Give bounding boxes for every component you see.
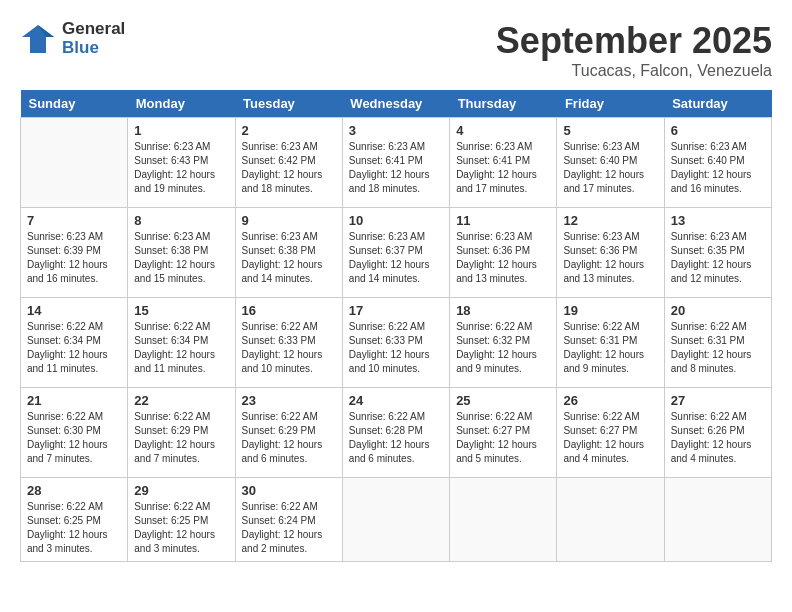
calendar-cell: 28Sunrise: 6:22 AM Sunset: 6:25 PM Dayli… [21,478,128,562]
day-number: 9 [242,213,336,228]
calendar-header-row: SundayMondayTuesdayWednesdayThursdayFrid… [21,90,772,118]
calendar-cell: 2Sunrise: 6:23 AM Sunset: 6:42 PM Daylig… [235,118,342,208]
calendar-cell [450,478,557,562]
logo-blue: Blue [62,39,125,58]
month-title: September 2025 [496,20,772,62]
day-number: 27 [671,393,765,408]
calendar-cell: 23Sunrise: 6:22 AM Sunset: 6:29 PM Dayli… [235,388,342,478]
day-number: 20 [671,303,765,318]
day-number: 28 [27,483,121,498]
calendar-cell: 7Sunrise: 6:23 AM Sunset: 6:39 PM Daylig… [21,208,128,298]
day-info: Sunrise: 6:23 AM Sunset: 6:40 PM Dayligh… [671,140,765,196]
calendar-cell [664,478,771,562]
location-subtitle: Tucacas, Falcon, Venezuela [496,62,772,80]
day-number: 29 [134,483,228,498]
day-info: Sunrise: 6:22 AM Sunset: 6:28 PM Dayligh… [349,410,443,466]
calendar-cell: 16Sunrise: 6:22 AM Sunset: 6:33 PM Dayli… [235,298,342,388]
day-number: 22 [134,393,228,408]
day-number: 16 [242,303,336,318]
day-number: 24 [349,393,443,408]
calendar-week-row: 1Sunrise: 6:23 AM Sunset: 6:43 PM Daylig… [21,118,772,208]
day-number: 23 [242,393,336,408]
calendar-cell: 26Sunrise: 6:22 AM Sunset: 6:27 PM Dayli… [557,388,664,478]
day-number: 13 [671,213,765,228]
day-info: Sunrise: 6:23 AM Sunset: 6:36 PM Dayligh… [456,230,550,286]
calendar-cell: 18Sunrise: 6:22 AM Sunset: 6:32 PM Dayli… [450,298,557,388]
calendar-cell: 6Sunrise: 6:23 AM Sunset: 6:40 PM Daylig… [664,118,771,208]
day-info: Sunrise: 6:22 AM Sunset: 6:33 PM Dayligh… [349,320,443,376]
day-number: 26 [563,393,657,408]
day-info: Sunrise: 6:23 AM Sunset: 6:43 PM Dayligh… [134,140,228,196]
calendar-cell: 12Sunrise: 6:23 AM Sunset: 6:36 PM Dayli… [557,208,664,298]
day-of-week-header: Tuesday [235,90,342,118]
day-number: 30 [242,483,336,498]
calendar-cell [557,478,664,562]
day-info: Sunrise: 6:22 AM Sunset: 6:30 PM Dayligh… [27,410,121,466]
calendar-cell: 17Sunrise: 6:22 AM Sunset: 6:33 PM Dayli… [342,298,449,388]
calendar-cell: 4Sunrise: 6:23 AM Sunset: 6:41 PM Daylig… [450,118,557,208]
day-info: Sunrise: 6:22 AM Sunset: 6:27 PM Dayligh… [456,410,550,466]
day-number: 1 [134,123,228,138]
day-info: Sunrise: 6:23 AM Sunset: 6:42 PM Dayligh… [242,140,336,196]
day-number: 8 [134,213,228,228]
calendar-cell: 14Sunrise: 6:22 AM Sunset: 6:34 PM Dayli… [21,298,128,388]
logo-general: General [62,20,125,39]
calendar-week-row: 14Sunrise: 6:22 AM Sunset: 6:34 PM Dayli… [21,298,772,388]
day-info: Sunrise: 6:23 AM Sunset: 6:37 PM Dayligh… [349,230,443,286]
calendar-cell: 21Sunrise: 6:22 AM Sunset: 6:30 PM Dayli… [21,388,128,478]
day-info: Sunrise: 6:22 AM Sunset: 6:31 PM Dayligh… [671,320,765,376]
calendar-cell: 1Sunrise: 6:23 AM Sunset: 6:43 PM Daylig… [128,118,235,208]
day-info: Sunrise: 6:22 AM Sunset: 6:31 PM Dayligh… [563,320,657,376]
day-info: Sunrise: 6:23 AM Sunset: 6:39 PM Dayligh… [27,230,121,286]
calendar-cell: 11Sunrise: 6:23 AM Sunset: 6:36 PM Dayli… [450,208,557,298]
calendar-cell [21,118,128,208]
day-number: 17 [349,303,443,318]
calendar-cell: 24Sunrise: 6:22 AM Sunset: 6:28 PM Dayli… [342,388,449,478]
logo: General Blue [20,20,125,57]
day-info: Sunrise: 6:22 AM Sunset: 6:34 PM Dayligh… [27,320,121,376]
day-number: 18 [456,303,550,318]
calendar-week-row: 28Sunrise: 6:22 AM Sunset: 6:25 PM Dayli… [21,478,772,562]
day-info: Sunrise: 6:22 AM Sunset: 6:34 PM Dayligh… [134,320,228,376]
calendar-cell: 30Sunrise: 6:22 AM Sunset: 6:24 PM Dayli… [235,478,342,562]
title-block: September 2025 Tucacas, Falcon, Venezuel… [496,20,772,80]
day-info: Sunrise: 6:22 AM Sunset: 6:27 PM Dayligh… [563,410,657,466]
day-number: 2 [242,123,336,138]
day-info: Sunrise: 6:22 AM Sunset: 6:24 PM Dayligh… [242,500,336,556]
calendar-cell: 8Sunrise: 6:23 AM Sunset: 6:38 PM Daylig… [128,208,235,298]
day-number: 19 [563,303,657,318]
day-of-week-header: Thursday [450,90,557,118]
day-of-week-header: Saturday [664,90,771,118]
calendar-cell: 27Sunrise: 6:22 AM Sunset: 6:26 PM Dayli… [664,388,771,478]
calendar-cell: 10Sunrise: 6:23 AM Sunset: 6:37 PM Dayli… [342,208,449,298]
calendar-cell: 25Sunrise: 6:22 AM Sunset: 6:27 PM Dayli… [450,388,557,478]
day-number: 11 [456,213,550,228]
day-number: 4 [456,123,550,138]
calendar-cell: 5Sunrise: 6:23 AM Sunset: 6:40 PM Daylig… [557,118,664,208]
day-number: 3 [349,123,443,138]
day-of-week-header: Friday [557,90,664,118]
day-info: Sunrise: 6:22 AM Sunset: 6:26 PM Dayligh… [671,410,765,466]
day-info: Sunrise: 6:22 AM Sunset: 6:32 PM Dayligh… [456,320,550,376]
day-of-week-header: Wednesday [342,90,449,118]
day-number: 15 [134,303,228,318]
day-info: Sunrise: 6:22 AM Sunset: 6:29 PM Dayligh… [242,410,336,466]
day-number: 6 [671,123,765,138]
day-info: Sunrise: 6:23 AM Sunset: 6:38 PM Dayligh… [134,230,228,286]
calendar-week-row: 7Sunrise: 6:23 AM Sunset: 6:39 PM Daylig… [21,208,772,298]
logo-bird-icon [20,21,56,57]
calendar-week-row: 21Sunrise: 6:22 AM Sunset: 6:30 PM Dayli… [21,388,772,478]
day-number: 25 [456,393,550,408]
calendar-cell: 9Sunrise: 6:23 AM Sunset: 6:38 PM Daylig… [235,208,342,298]
day-info: Sunrise: 6:22 AM Sunset: 6:25 PM Dayligh… [134,500,228,556]
day-number: 5 [563,123,657,138]
calendar-cell [342,478,449,562]
calendar-cell: 15Sunrise: 6:22 AM Sunset: 6:34 PM Dayli… [128,298,235,388]
calendar-cell: 22Sunrise: 6:22 AM Sunset: 6:29 PM Dayli… [128,388,235,478]
calendar-cell: 13Sunrise: 6:23 AM Sunset: 6:35 PM Dayli… [664,208,771,298]
day-number: 12 [563,213,657,228]
calendar-cell: 29Sunrise: 6:22 AM Sunset: 6:25 PM Dayli… [128,478,235,562]
day-info: Sunrise: 6:23 AM Sunset: 6:35 PM Dayligh… [671,230,765,286]
day-info: Sunrise: 6:23 AM Sunset: 6:40 PM Dayligh… [563,140,657,196]
calendar-cell: 20Sunrise: 6:22 AM Sunset: 6:31 PM Dayli… [664,298,771,388]
